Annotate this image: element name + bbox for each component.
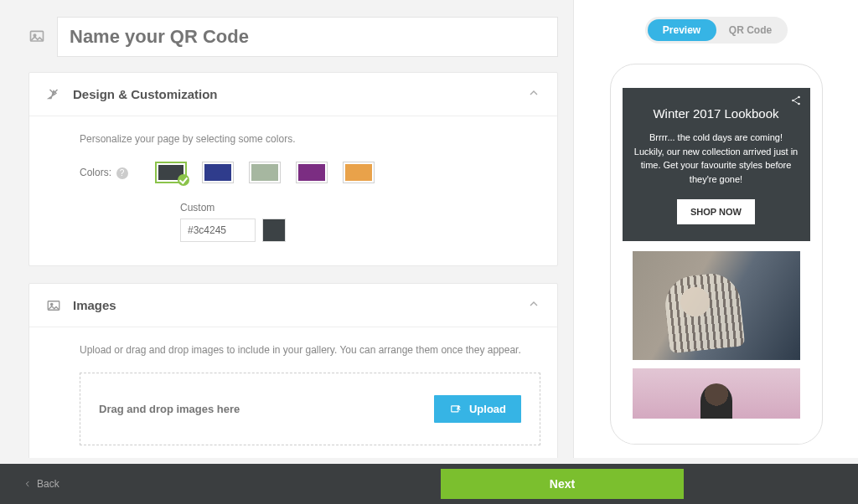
upload-icon [449,404,463,415]
custom-color-label: Custom [180,202,540,213]
next-button[interactable]: Next [441,469,684,499]
images-panel: Images Upload or drag and drop images to… [28,283,558,458]
svg-point-5 [798,96,800,99]
design-icon [46,87,61,102]
svg-point-3 [51,303,53,305]
phone-preview: Winter 2017 Lookbook Brrrr... the cold d… [610,64,823,445]
color-swatch-0[interactable] [155,162,187,183]
design-panel-title: Design & Customization [73,87,515,101]
preview-title: Winter 2017 Lookbook [634,106,799,121]
colors-label: Colors: ? [80,166,128,179]
images-icon [46,298,61,313]
hex-swatch[interactable] [262,219,286,242]
drop-zone[interactable]: Drag and drop images here Upload [80,373,540,445]
color-swatch-3[interactable] [296,162,328,183]
preview-description: Brrrr... the cold days are coming! Lucki… [634,131,799,186]
preview-toggle: Preview QR Code [645,17,788,44]
share-icon[interactable] [790,95,802,109]
back-button[interactable]: Back [23,478,59,490]
image-placeholder-icon [28,28,45,45]
design-panel-header[interactable]: Design & Customization [29,73,557,116]
chevron-left-icon [23,480,32,488]
back-label: Back [37,478,59,490]
upload-button[interactable]: Upload [434,395,521,423]
toggle-preview[interactable]: Preview [648,19,716,41]
toggle-qrcode[interactable]: QR Code [716,19,785,41]
svg-point-7 [798,103,800,105]
qr-name-input[interactable] [57,17,558,57]
color-swatch-2[interactable] [249,162,281,183]
svg-point-6 [792,100,794,102]
images-panel-title: Images [73,298,515,312]
chevron-up-icon [527,297,540,313]
hex-input[interactable] [180,219,256,242]
images-desc: Upload or drag and drop images to includ… [80,344,540,356]
help-icon[interactable]: ? [116,167,128,179]
shop-now-button[interactable]: SHOP NOW [677,199,755,224]
preview-image-1 [633,251,800,360]
check-icon [178,174,189,186]
color-swatch-1[interactable] [202,162,234,183]
preview-image-2 [633,368,800,419]
images-panel-header[interactable]: Images [29,284,557,327]
color-swatches [155,162,375,183]
design-desc: Personalize your page by selecting some … [80,133,540,145]
chevron-up-icon [527,86,540,102]
drop-text: Drag and drop images here [99,403,240,415]
upload-label: Upload [469,403,506,415]
color-swatch-4[interactable] [343,162,375,183]
design-panel: Design & Customization Personalize your … [28,72,558,266]
